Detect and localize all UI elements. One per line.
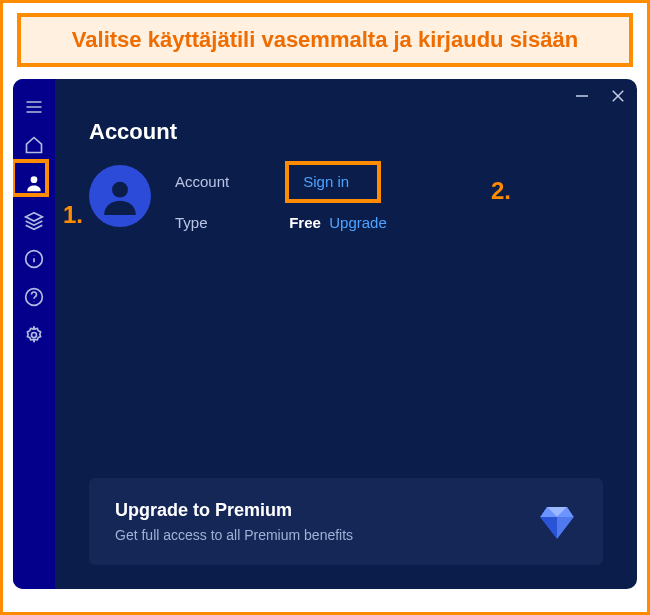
upgrade-link[interactable]: Upgrade — [329, 214, 387, 231]
page-title: Account — [89, 119, 603, 145]
svg-marker-19 — [540, 517, 557, 539]
settings-icon[interactable] — [16, 317, 52, 353]
layers-icon[interactable] — [16, 203, 52, 239]
svg-point-3 — [31, 176, 38, 183]
upgrade-promo[interactable]: Upgrade to Premium Get full access to al… — [89, 478, 603, 565]
content-area: Account Account Sign in Type Free — [55, 79, 637, 589]
home-icon[interactable] — [16, 127, 52, 163]
svg-point-10 — [32, 333, 37, 338]
promo-title: Upgrade to Premium — [115, 500, 353, 521]
instruction-banner: Valitse käyttäjätili vasemmalta ja kirja… — [17, 13, 633, 67]
app-window: 1. Account Account S — [13, 79, 637, 589]
avatar — [89, 165, 151, 227]
svg-marker-4 — [26, 213, 43, 221]
close-button[interactable] — [609, 87, 627, 105]
minimize-button[interactable] — [573, 87, 591, 105]
type-value: Free — [289, 214, 321, 231]
menu-icon[interactable] — [16, 89, 52, 125]
promo-subtitle: Get full access to all Premium benefits — [115, 527, 353, 543]
window-controls — [573, 87, 627, 105]
diamond-icon — [537, 502, 577, 542]
sign-in-link[interactable]: Sign in — [289, 165, 363, 198]
marker-2: 2. — [491, 177, 511, 205]
type-label: Type — [175, 214, 229, 231]
svg-marker-20 — [557, 517, 574, 539]
info-icon[interactable] — [16, 241, 52, 277]
sidebar — [13, 79, 55, 589]
help-icon[interactable] — [16, 279, 52, 315]
account-label: Account — [175, 173, 229, 190]
svg-point-14 — [112, 182, 128, 198]
account-section: Account Sign in Type Free Upgrade — [89, 165, 603, 231]
account-icon[interactable] — [16, 165, 52, 201]
